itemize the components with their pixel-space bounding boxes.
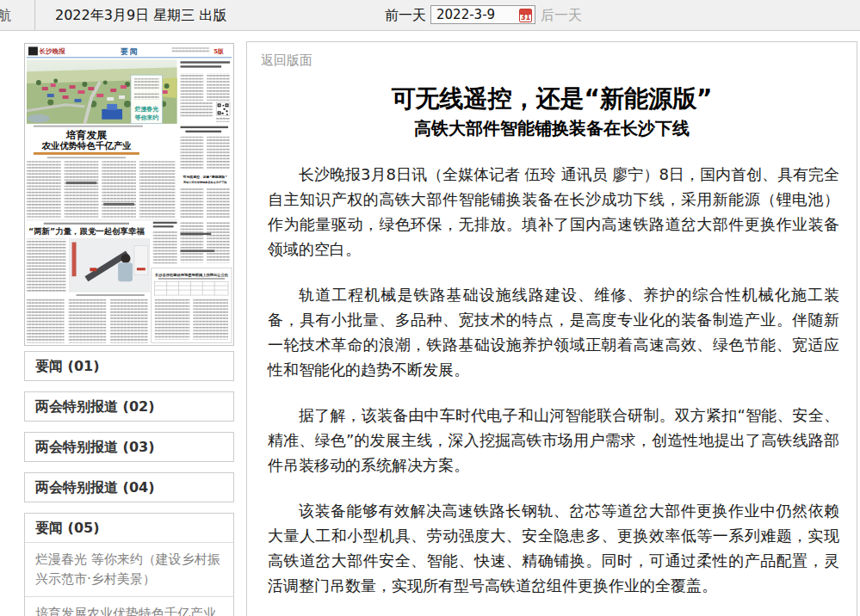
- sidebar-section-05-box: 要闻 (05) 烂漫春光 等你来约（建设乡村振兴示范市·乡村美景） 培育发展农业…: [24, 513, 234, 616]
- nav-partial-label: 航: [0, 0, 11, 30]
- sidebar-article-link-2[interactable]: 培育发展农业优势特色千亿产业: [25, 596, 233, 616]
- topbar-divider: [34, 0, 35, 30]
- article-body: 长沙晚报3月8日讯（全媒体记者 伍玲 通讯员 廖宁）8日，国内首创、具有完全自主…: [268, 162, 839, 616]
- prev-day-button[interactable]: 前一天: [385, 0, 426, 30]
- thumb-second-story: “两新”力量，跟党一起创享幸福: [27, 223, 150, 343]
- thumb-page-number: 5版: [213, 48, 224, 55]
- calendar-icon[interactable]: 31: [519, 9, 532, 22]
- calendar-icon-day: 31: [520, 14, 531, 22]
- article-title: 可无线遥控，还是“新能源版”: [273, 83, 831, 114]
- thumb-current-article-subtitle: 高铁大部件智能铺换装备在长沙下线: [183, 180, 227, 184]
- sidebar-section-04[interactable]: 两会特别报道 (04): [24, 472, 234, 502]
- front-page-thumbnail[interactable]: 长沙晚报 要闻 5版: [24, 43, 234, 346]
- sidebar-section-03[interactable]: 两会特别报道 (03): [24, 432, 234, 462]
- thumb-headline-line1: 培育发展: [65, 129, 108, 141]
- thumb-headline-line2: 农业优势特色千亿产业: [40, 140, 132, 151]
- thumb-inset-line1: 烂漫春光: [133, 106, 158, 113]
- publish-date-text: 2022年3月9日 星期三 出版: [55, 0, 226, 30]
- article-paragraph: 长沙晚报3月8日讯（全媒体记者 伍玲 通讯员 廖宁）8日，国内首创、具有完全自主…: [268, 162, 839, 262]
- back-to-page-link[interactable]: 返回版面: [261, 52, 312, 69]
- sidebar-article-link-1[interactable]: 烂漫春光 等你来约（建设乡村振兴示范市·乡村美景）: [25, 542, 233, 596]
- date-input[interactable]: [431, 6, 521, 23]
- sidebar-section-01[interactable]: 要闻 (01): [24, 351, 234, 381]
- top-bar: 航 2022年3月9日 星期三 出版 前一天 31 后一天: [0, 0, 860, 31]
- article-paragraph: 轨道工程机械是铁路基础设施线路建设、维修、养护的综合性机械化施工装备，具有小批量…: [268, 282, 839, 382]
- next-day-button[interactable]: 后一天: [541, 0, 582, 30]
- thumb-headline-secondary: “两新”力量，跟党一起创享幸福: [28, 226, 145, 236]
- date-field-box: 31: [430, 5, 535, 24]
- thumb-worker-photo: [70, 239, 150, 292]
- article-panel: 返回版面 可无线遥控，还是“新能源版” 高铁大部件智能铺换装备在长沙下线 长沙晚…: [246, 41, 857, 616]
- thumb-masthead-title: 长沙晚报: [39, 47, 65, 55]
- article-subtitle: 高铁大部件智能铺换装备在长沙下线: [273, 116, 831, 140]
- sidebar-section-05[interactable]: 要闻 (05): [25, 514, 233, 542]
- page: 航 2022年3月9日 星期三 出版 前一天 31 后一天: [0, 0, 860, 616]
- thumb-section-label: 要闻: [120, 47, 139, 56]
- sidebar-section-02[interactable]: 两会特别报道 (02): [24, 391, 234, 422]
- article-paragraph: 该装备能够有效解决高速铁路长钢轨、岔芯等道岔大部件更换作业中仍然依赖大量人工和小…: [268, 498, 839, 598]
- thumb-inset-card: 烂漫春光 等你来约: [131, 75, 163, 124]
- article-paragraph: 据了解，该装备由中车时代电子和山河智能联合研制。双方紧扣“智能、安全、精准、绿色…: [268, 403, 839, 477]
- thumb-current-article-title: 可无线遥控，还是“新能源版”: [183, 175, 228, 179]
- thumb-land-notice: 长沙县国有建设用地使用权网上挂牌出让公告: [152, 268, 232, 342]
- thumb-qr-code: [216, 102, 230, 116]
- front-page-thumbnail-image: 长沙晚报 要闻 5版: [25, 44, 233, 345]
- thumb-inset-line2: 等你来约: [133, 114, 158, 121]
